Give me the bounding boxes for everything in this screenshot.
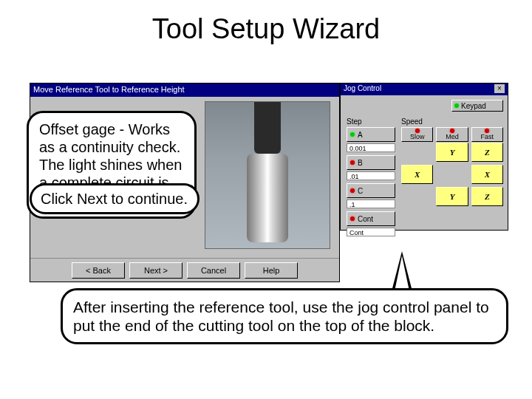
- step-header: Step: [347, 117, 395, 126]
- speed-label: Med: [446, 133, 459, 140]
- step-b-value: .01: [347, 171, 395, 180]
- axis-blank: [436, 165, 468, 184]
- page-title: Tool Setup Wizard: [0, 13, 532, 45]
- callout-tail-icon: [392, 251, 412, 291]
- step-cont-button[interactable]: Cont: [347, 211, 395, 226]
- next-button[interactable]: Next >: [129, 262, 183, 279]
- step-label: Cont: [358, 215, 373, 223]
- speed-label: Slow: [410, 133, 425, 140]
- step-a-value: 0.001: [347, 143, 395, 152]
- led-icon: [350, 216, 355, 221]
- keypad-label: Keypad: [461, 102, 486, 110]
- step-label: C: [358, 187, 363, 195]
- speed-fast-button[interactable]: Fast: [471, 127, 503, 142]
- axis-x-minus-button[interactable]: X: [401, 165, 433, 184]
- step-c-button[interactable]: C: [347, 183, 395, 198]
- jog-titlebar: Jog Control: [344, 84, 381, 95]
- callout-jog-instruction: After inserting the reference tool, use …: [61, 288, 508, 344]
- axis-blank: [401, 187, 433, 206]
- led-icon: [350, 160, 355, 165]
- wizard-titlebar: Move Reference Tool to Reference Height: [30, 83, 339, 97]
- speed-label: Fast: [481, 133, 494, 140]
- step-a-button[interactable]: A: [347, 127, 395, 142]
- axis-blank: [401, 143, 433, 162]
- speed-header: Speed: [401, 117, 503, 126]
- step-label: A: [358, 131, 363, 139]
- axis-z-plus-button[interactable]: Z: [471, 143, 503, 162]
- keypad-toggle[interactable]: Keypad: [451, 100, 503, 112]
- speed-med-button[interactable]: Med: [436, 127, 468, 142]
- step-cont-value: Cont: [347, 228, 395, 236]
- led-icon: [350, 132, 355, 137]
- step-c-value: .1: [347, 200, 395, 208]
- step-label: B: [358, 159, 363, 167]
- step-b-button[interactable]: B: [347, 155, 395, 170]
- cancel-button[interactable]: Cancel: [187, 262, 240, 279]
- axis-y-minus-button[interactable]: Y: [436, 187, 468, 206]
- led-icon: [350, 188, 355, 193]
- jog-control-panel: Jog Control × Keypad Step A 0.001 B .01 …: [340, 83, 508, 231]
- speed-slow-button[interactable]: Slow: [401, 127, 433, 142]
- led-icon: [454, 103, 459, 108]
- help-button[interactable]: Help: [245, 262, 298, 279]
- back-button[interactable]: < Back: [72, 262, 125, 279]
- axis-x-plus-button[interactable]: X: [471, 165, 503, 184]
- wizard-button-row: < Back Next > Cancel Help: [30, 258, 339, 282]
- axis-y-plus-button[interactable]: Y: [436, 143, 468, 162]
- axis-z-minus-button[interactable]: Z: [471, 187, 503, 206]
- callout-click-next: Click Next to continue.: [30, 183, 200, 214]
- reference-tool-photo: [205, 101, 330, 249]
- close-icon[interactable]: ×: [494, 84, 505, 93]
